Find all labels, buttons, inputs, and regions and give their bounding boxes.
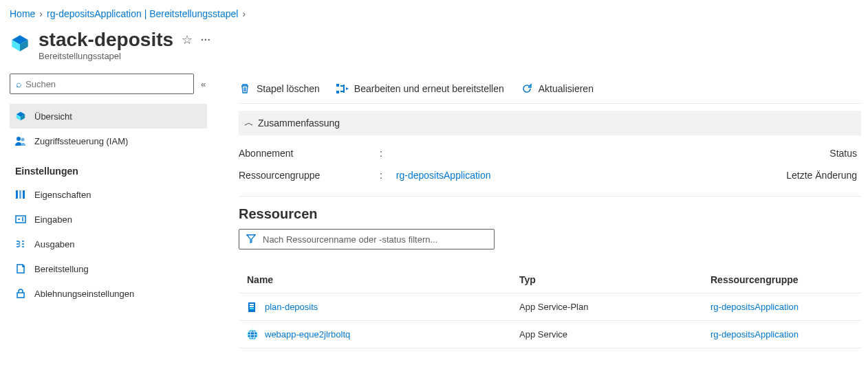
refresh-icon <box>521 83 533 94</box>
page-header: stack-deposits ☆ ··· Bereitstellungsstap… <box>0 23 868 74</box>
people-icon <box>15 135 26 146</box>
deployment-icon <box>15 263 26 274</box>
svg-rect-5 <box>16 216 25 223</box>
search-box[interactable]: ⌕ <box>10 74 194 94</box>
svg-rect-3 <box>19 190 21 199</box>
svg-rect-2 <box>16 190 18 199</box>
refresh-button[interactable]: Aktualisieren <box>521 83 594 94</box>
delete-stack-button[interactable]: Stapel löschen <box>239 83 320 94</box>
svg-rect-7 <box>336 84 339 87</box>
main-content: Stapel löschen Bearbeiten und erneut ber… <box>214 74 868 348</box>
sidebar-item-label: Eingaben <box>34 214 72 225</box>
chevron-right-icon: › <box>39 8 43 19</box>
table-row: plan-deposits App Service-Plan rg-deposi… <box>239 293 861 321</box>
edit-redeploy-button[interactable]: Bearbeiten und erneut bereitstellen <box>336 83 504 94</box>
resource-name-link[interactable]: plan-deposits <box>265 302 318 312</box>
page-subtitle: Bereitstellungsstapel <box>39 51 211 61</box>
svg-rect-11 <box>250 306 254 307</box>
filter-icon <box>246 234 256 245</box>
sidebar: ⌕ « Übersicht Zugriffssteuerung (IAM) Ei… <box>0 74 214 348</box>
outputs-icon <box>15 238 26 249</box>
sidebar-item-label: Ausgaben <box>34 239 75 249</box>
summary-toggle[interactable]: ︿ Zusammenfassung <box>239 111 861 135</box>
app-service-icon <box>247 329 258 340</box>
col-type[interactable]: Typ <box>519 274 710 285</box>
colon: : <box>380 148 382 159</box>
lock-icon <box>15 288 26 299</box>
more-menu-button[interactable]: ··· <box>201 34 211 45</box>
breadcrumb-rg[interactable]: rg-depositsApplication | Bereitstellungs… <box>47 8 238 19</box>
sidebar-item-label: Bereitstellung <box>34 264 89 274</box>
resources-heading: Ressourcen <box>239 206 861 222</box>
resources-table: Name Typ Ressourcengruppe plan-deposits … <box>239 266 861 348</box>
svg-rect-4 <box>23 190 25 199</box>
summary-status-label: Status <box>829 148 857 159</box>
summary-panel: Abonnement : Status Ressourcengruppe : r… <box>239 135 861 197</box>
button-label: Stapel löschen <box>257 83 320 94</box>
search-icon: ⌕ <box>16 78 21 89</box>
search-input[interactable] <box>25 79 188 89</box>
svg-rect-8 <box>336 91 339 93</box>
sidebar-item-label: Eigenschaften <box>34 190 91 200</box>
summary-lastchange-label: Letzte Änderung <box>786 170 857 181</box>
stack-icon <box>10 33 30 54</box>
properties-icon <box>15 189 26 200</box>
command-bar: Stapel löschen Bearbeiten und erneut ber… <box>239 74 861 104</box>
sidebar-item-deployment[interactable]: Bereitstellung <box>10 256 207 281</box>
sidebar-item-overview[interactable]: Übersicht <box>10 104 207 129</box>
resource-name-link[interactable]: webapp-eque2jlrboltq <box>265 329 350 340</box>
sidebar-item-outputs[interactable]: Ausgaben <box>10 232 207 256</box>
summary-rg-label: Ressourcengruppe <box>239 170 380 181</box>
sidebar-item-label: Zugriffssteuerung (IAM) <box>34 136 128 146</box>
svg-point-0 <box>17 137 21 141</box>
app-service-plan-icon <box>247 302 258 313</box>
cube-icon <box>15 111 26 122</box>
filter-placeholder: Nach Ressourcenname oder -status filtern… <box>263 234 437 245</box>
sidebar-item-label: Übersicht <box>34 111 72 122</box>
summary-subscription-label: Abonnement <box>239 148 380 159</box>
resources-filter-input[interactable]: Nach Ressourcenname oder -status filtern… <box>239 229 495 249</box>
resource-rg-link[interactable]: rg-depositsApplication <box>710 302 799 312</box>
summary-rg-link[interactable]: rg-depositsApplication <box>396 170 491 181</box>
sidebar-item-iam[interactable]: Zugriffssteuerung (IAM) <box>10 129 207 153</box>
svg-rect-12 <box>250 308 254 309</box>
chevron-right-icon: › <box>242 8 246 19</box>
col-rg[interactable]: Ressourcengruppe <box>710 274 853 285</box>
sidebar-item-inputs[interactable]: Eingaben <box>10 207 207 232</box>
breadcrumb-home[interactable]: Home <box>10 8 35 19</box>
svg-rect-10 <box>250 304 254 305</box>
sidebar-item-label: Ablehnungseinstellungen <box>34 289 134 299</box>
sidebar-section-settings: Einstellungen <box>10 153 207 182</box>
col-name[interactable]: Name <box>247 274 519 285</box>
button-label: Aktualisieren <box>539 83 594 94</box>
resource-rg-link[interactable]: rg-depositsApplication <box>710 329 799 340</box>
collapse-sidebar-button[interactable]: « <box>201 79 206 89</box>
breadcrumb: Home › rg-depositsApplication | Bereitst… <box>0 0 868 23</box>
button-label: Bearbeiten und erneut bereitstellen <box>354 83 504 94</box>
favorite-star-icon[interactable]: ☆ <box>182 32 193 47</box>
deploy-icon <box>336 83 349 94</box>
svg-point-1 <box>21 138 25 142</box>
svg-rect-6 <box>17 293 24 298</box>
colon: : <box>380 170 382 181</box>
inputs-icon <box>15 214 26 225</box>
table-header: Name Typ Ressourcengruppe <box>239 266 861 293</box>
sidebar-item-deny[interactable]: Ablehnungseinstellungen <box>10 281 207 306</box>
sidebar-item-properties[interactable]: Eigenschaften <box>10 182 207 207</box>
summary-title: Zusammenfassung <box>258 118 340 129</box>
resource-type: App Service-Plan <box>519 302 710 312</box>
table-row: webapp-eque2jlrboltq App Service rg-depo… <box>239 321 861 348</box>
page-title: stack-deposits <box>39 29 173 51</box>
trash-icon <box>239 83 251 94</box>
resource-type: App Service <box>519 329 710 340</box>
chevron-up-icon: ︿ <box>244 117 254 129</box>
